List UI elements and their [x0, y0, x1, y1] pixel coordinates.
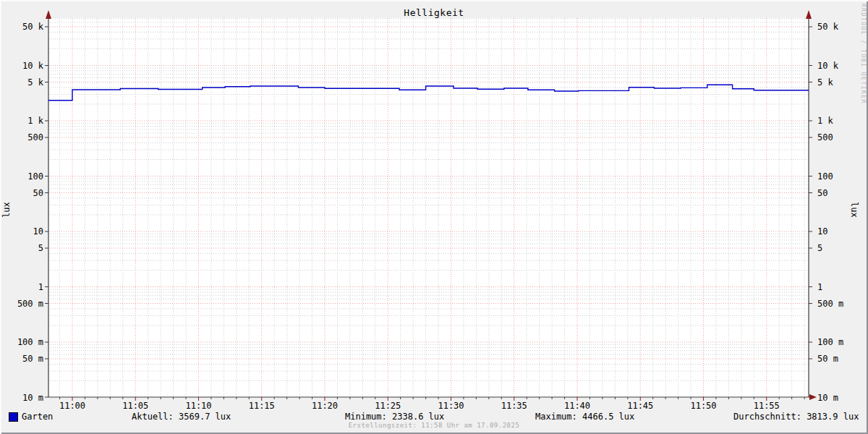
x-tick-label: 11:45 — [627, 401, 653, 411]
x-tick-label: 11:20 — [312, 401, 338, 411]
creation-timestamp: Erstellungszeit: 11:58 Uhr am 17.09.2025 — [0, 422, 868, 429]
y-tick-label-left: 5 — [38, 243, 43, 253]
y-axis-arrow-left — [46, 10, 51, 19]
y-tick-label-right: 1 k — [817, 116, 833, 126]
x-tick-label: 11:00 — [59, 401, 85, 411]
y-tick-label-right: 5 — [817, 243, 822, 253]
x-tick-label: 11:15 — [249, 401, 275, 411]
x-tick-label: 11:35 — [501, 401, 527, 411]
y-tick-label-right: 10 m — [817, 393, 838, 403]
y-tick-label-left: 100 m — [17, 337, 43, 347]
rrdtool-graph-window: Helligkeit lux lux RRDTOOL / TOBI OETIKE… — [0, 0, 868, 434]
y-tick-label-left: 5 k — [27, 77, 43, 88]
x-tick-label: 11:05 — [122, 401, 148, 411]
y-tick-label-right: 1 — [817, 282, 822, 292]
plot-canvas — [48, 18, 809, 397]
y-tick-label-left: 10 m — [22, 393, 43, 403]
x-tick-label: 11:25 — [375, 401, 401, 411]
x-tick-label: 11:40 — [564, 401, 590, 411]
x-tick-label: 11:50 — [690, 401, 716, 411]
y-tick-label-left: 500 — [27, 132, 43, 142]
y-tick-label-right: 10 — [817, 226, 827, 237]
legend-average-value: Durchschnitt: 3813.9 lux — [733, 412, 859, 422]
y-tick-label-left: 1 — [38, 282, 43, 292]
y-tick-label-right: 100 m — [817, 337, 843, 347]
y-tick-label-right: 50 — [817, 188, 827, 198]
y-tick-label-right: 50 m — [817, 354, 838, 364]
chart-plot-area: 11:0011:0511:1011:1511:2011:2511:3011:35… — [0, 0, 868, 434]
x-tick-label: 11:30 — [438, 401, 464, 411]
y-tick-label-left: 100 — [27, 171, 43, 182]
y-tick-label-left: 50 k — [22, 22, 44, 32]
y-tick-label-left: 10 — [33, 226, 43, 237]
y-tick-label-right: 100 — [817, 171, 833, 182]
y-tick-label-left: 50 m — [22, 354, 43, 364]
y-tick-label-left: 50 — [33, 188, 43, 198]
y-axis-arrow-right — [806, 10, 812, 19]
y-tick-label-right: 500 — [817, 132, 833, 142]
x-tick-label: 11:10 — [185, 401, 211, 411]
x-tick-label: 11:55 — [754, 401, 780, 411]
y-tick-label-right: 5 k — [817, 77, 833, 88]
y-tick-label-right: 10 k — [817, 61, 839, 71]
legend-maximum-value: Maximum: 4466.5 lux — [535, 412, 634, 422]
y-tick-label-left: 500 m — [17, 299, 43, 309]
y-tick-label-right: 50 k — [817, 22, 839, 32]
y-tick-label-left: 10 k — [22, 61, 44, 71]
legend-current-value: Aktuell: 3569.7 lux — [132, 412, 231, 422]
series-color-swatch — [9, 412, 18, 422]
x-axis-arrow — [809, 394, 817, 400]
y-tick-label-left: 1 k — [27, 116, 43, 126]
legend-minimum-value: Minimum: 2338.6 lux — [345, 412, 444, 422]
legend-series-label: Garten — [22, 412, 53, 422]
y-tick-label-right: 500 m — [817, 299, 843, 309]
